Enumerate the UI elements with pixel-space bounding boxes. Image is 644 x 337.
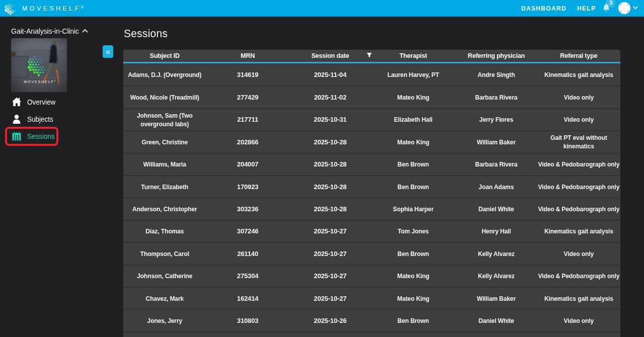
svg-text:MOVESHELF®: MOVESHELF® [24, 79, 55, 83]
